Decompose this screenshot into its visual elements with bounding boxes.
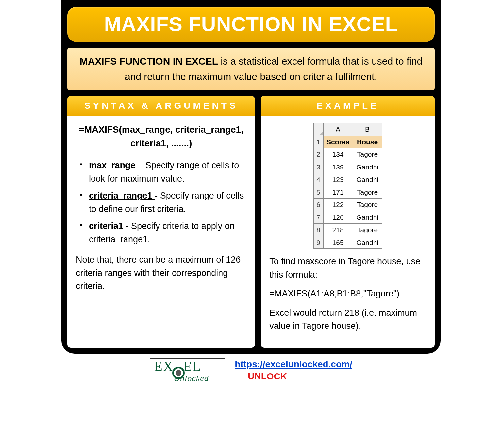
footer-tag: UNLOCK (248, 371, 287, 381)
description-bold: MAXIFS FUNCTION IN EXCEL (80, 56, 218, 67)
argument-name: criteria1 (89, 221, 123, 231)
syntax-body: =MAXIFS(max_range, criteria_range1, crit… (67, 116, 255, 302)
cell: 126 (323, 211, 353, 224)
argument-name: max_range (89, 160, 136, 170)
example-text: To find maxscore in Tagore house, use th… (269, 255, 426, 333)
example-body: A B 1 Scores House 2134Tagore 3139Gandhi… (261, 116, 435, 348)
example-intro: To find maxscore in Tagore house, use th… (269, 255, 426, 281)
cell: Gandhi (353, 236, 382, 249)
col-header: A (323, 123, 353, 136)
cell: Gandhi (353, 211, 382, 224)
lock-icon (172, 367, 185, 379)
argument-item: criteria1 - Specify criteria to apply on… (78, 219, 246, 246)
row-header: 5 (313, 186, 323, 199)
table-corner (313, 123, 323, 136)
syntax-header: SYNTAX & ARGUMENTS (67, 96, 255, 116)
row-header: 3 (313, 161, 323, 173)
title-bar: MAXIFS FUNCTION IN EXCEL (67, 7, 435, 42)
cell: Tagore (353, 186, 382, 199)
footer-links: https://excelunlocked.com/ UNLOCK (235, 359, 352, 382)
example-table: A B 1 Scores House 2134Tagore 3139Gandhi… (313, 123, 382, 249)
logo-text-right: EL (183, 359, 201, 374)
cell: 218 (323, 224, 353, 236)
cell: 139 (323, 161, 353, 173)
example-header: EXAMPLE (261, 96, 435, 116)
data-header: Scores (323, 136, 353, 148)
example-result: Excel would return 218 (i.e. maximum val… (269, 306, 426, 333)
infographic-card: MAXIFS FUNCTION IN EXCEL MAXIFS FUNCTION… (61, 0, 441, 354)
argument-list: max_range – Specify range of cells to lo… (76, 159, 246, 246)
description-bar: MAXIFS FUNCTION IN EXCEL is a statistica… (67, 48, 435, 90)
cell: 171 (323, 186, 353, 199)
argument-sep: - (123, 221, 131, 231)
row-header: 4 (313, 173, 323, 186)
argument-item: criteria_range1 - Specify range of cells… (78, 189, 246, 216)
cell: Tagore (353, 224, 382, 236)
logo: EXEL Unlocked (150, 358, 225, 383)
site-link[interactable]: https://excelunlocked.com/ (235, 359, 352, 369)
row-header: 6 (313, 199, 323, 211)
argument-sep: – (136, 160, 145, 170)
cell: 165 (323, 236, 353, 249)
row-header: 1 (313, 136, 323, 148)
cell: 122 (323, 199, 353, 211)
argument-item: max_range – Specify range of cells to lo… (78, 159, 246, 185)
cell: Gandhi (353, 173, 382, 186)
cell: Tagore (353, 199, 382, 211)
cell: Gandhi (353, 161, 382, 173)
cell: Tagore (353, 148, 382, 161)
argument-sep: - (155, 191, 160, 200)
example-formula: =MAXIFS(A1:A8,B1:B8,"Tagore") (269, 287, 426, 300)
footer: EXEL Unlocked https://excelunlocked.com/… (61, 358, 441, 383)
syntax-note: Note that, there can be a maximum of 126… (76, 253, 246, 293)
columns: SYNTAX & ARGUMENTS =MAXIFS(max_range, cr… (67, 96, 435, 348)
col-header: B (353, 123, 382, 136)
syntax-formula: =MAXIFS(max_range, criteria_range1, crit… (76, 123, 246, 150)
data-header: House (353, 136, 382, 148)
page-title: MAXIFS FUNCTION IN EXCEL (67, 12, 435, 36)
logo-text-left: EX (154, 359, 174, 374)
example-card: EXAMPLE A B 1 Scores House (261, 96, 435, 348)
argument-name: criteria_range1 (89, 191, 155, 200)
cell: 123 (323, 173, 353, 186)
syntax-card: SYNTAX & ARGUMENTS =MAXIFS(max_range, cr… (67, 96, 255, 348)
row-header: 2 (313, 148, 323, 161)
row-header: 9 (313, 236, 323, 249)
row-header: 7 (313, 211, 323, 224)
example-table-wrap: A B 1 Scores House 2134Tagore 3139Gandhi… (269, 123, 426, 249)
cell: 134 (323, 148, 353, 161)
row-header: 8 (313, 224, 323, 236)
